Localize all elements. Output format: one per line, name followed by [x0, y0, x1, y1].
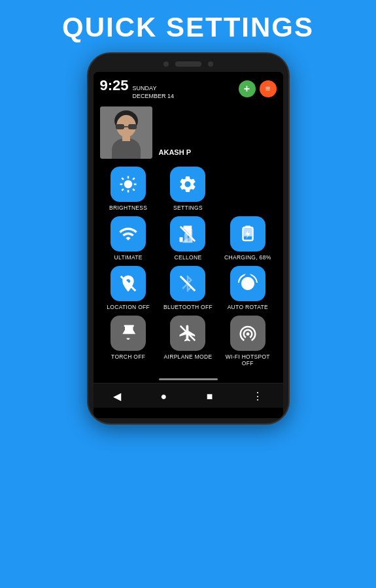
tile-cellone-label: CELLONE	[175, 254, 202, 261]
tile-settings[interactable]: SETTINGS	[162, 164, 214, 212]
svg-rect-6	[122, 136, 130, 141]
tile-airplane-mode[interactable]: AIRPLANE MODE	[162, 313, 214, 368]
phone-frame: 9:25 SUNDAY DECEMBER 14 + ≡	[87, 52, 290, 425]
tile-ultimate[interactable]: ULTIMATE	[102, 214, 154, 262]
tile-airplane-mode-label: AIRPLANE MODE	[164, 353, 213, 360]
svg-rect-18	[184, 233, 188, 242]
tiles-grid: BRIGHTNESS SETTINGS	[94, 164, 283, 374]
tile-torch-off[interactable]: TORCH OFF	[102, 313, 154, 368]
tile-brightness-label: BRIGHTNESS	[109, 204, 147, 211]
tile-location-off-label: LOCATION OFF	[107, 304, 150, 310]
nav-home-button[interactable]: ●	[160, 391, 167, 402]
menu-button[interactable]: ≡	[260, 80, 277, 97]
tile-wifi-hotspot[interactable]: WI-FI HOTSPOT OFF	[222, 313, 274, 368]
phone-speaker	[175, 61, 201, 67]
svg-point-7	[124, 180, 133, 189]
nav-more-button[interactable]: ⋮	[252, 390, 263, 402]
svg-rect-21	[245, 226, 250, 228]
day-display: SUNDAY	[133, 85, 175, 93]
profile-name: AKASH P	[159, 106, 192, 159]
tile-charging-label: CHARGING, 68%	[224, 254, 271, 261]
svg-line-15	[122, 189, 124, 191]
svg-line-13	[133, 189, 135, 191]
svg-rect-26	[245, 282, 250, 287]
phone-camera-front	[208, 61, 213, 67]
tile-cellone[interactable]: CELLONE	[162, 214, 214, 262]
tile-bluetooth-off-label: BLUETOOTH OFF	[163, 304, 213, 310]
tile-charging[interactable]: CHARGING, 68%	[222, 214, 274, 262]
phone-camera	[163, 61, 169, 67]
svg-line-14	[133, 178, 135, 180]
tile-ultimate-label: ULTIMATE	[114, 254, 143, 261]
svg-line-12	[122, 178, 124, 180]
tile-settings-label: SETTINGS	[173, 204, 203, 211]
home-indicator	[159, 378, 218, 380]
page-title: QUICK SETTINGS	[62, 0, 314, 52]
add-button[interactable]: +	[239, 80, 256, 97]
tile-bluetooth-off[interactable]: BLUETOOTH OFF	[162, 263, 214, 312]
svg-rect-19	[190, 229, 193, 242]
tile-brightness[interactable]: BRIGHTNESS	[102, 164, 154, 212]
tile-wifi-hotspot-label: WI-FI HOTSPOT OFF	[222, 353, 274, 367]
status-bar: 9:25 SUNDAY DECEMBER 14 + ≡	[94, 72, 283, 104]
tile-auto-rotate[interactable]: AUTO ROTATE	[222, 263, 274, 312]
time-display: 9:25	[100, 77, 129, 94]
tile-auto-rotate-label: AUTO ROTATE	[228, 304, 268, 310]
nav-recents-button[interactable]: ■	[207, 391, 213, 402]
svg-rect-17	[180, 237, 183, 242]
tile-location-off[interactable]: LOCATION OFF	[102, 263, 154, 312]
nav-back-button[interactable]: ◀	[113, 390, 121, 402]
date-display: DECEMBER 14	[133, 93, 175, 101]
avatar	[100, 106, 152, 159]
svg-rect-3	[116, 124, 124, 129]
nav-bar: ◀ ● ■ ⋮	[94, 383, 283, 408]
profile-row: AKASH P	[94, 104, 283, 164]
avatar-image	[100, 106, 152, 159]
svg-rect-4	[128, 124, 137, 129]
phone-screen: 9:25 SUNDAY DECEMBER 14 + ≡	[94, 72, 283, 418]
tile-torch-off-label: TORCH OFF	[111, 353, 145, 360]
